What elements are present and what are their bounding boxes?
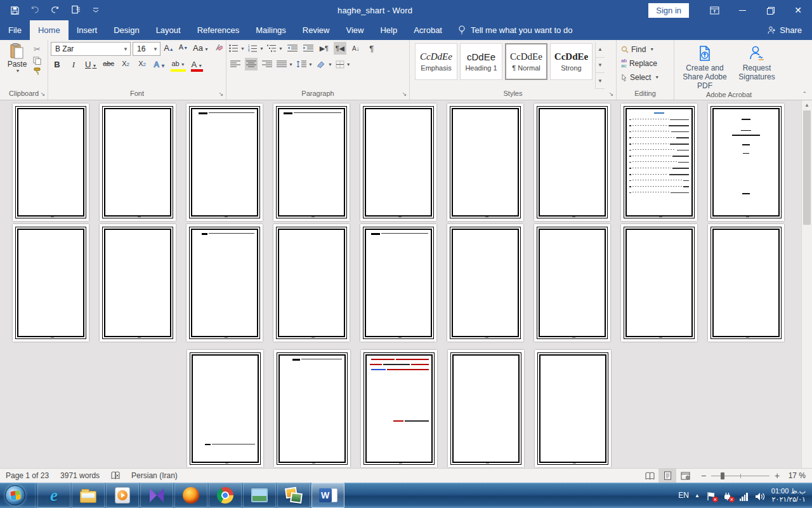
paste-button[interactable]: Paste ▼ <box>3 42 32 89</box>
clear-formatting-icon[interactable] <box>212 43 225 55</box>
zoom-slider-handle[interactable] <box>721 472 724 479</box>
decrease-indent-button[interactable] <box>286 42 299 55</box>
taskbar-image-viewer[interactable] <box>243 483 276 508</box>
bold-button[interactable]: B <box>51 59 63 72</box>
scrollbar-thumb[interactable] <box>803 110 811 225</box>
start-button[interactable] <box>0 483 30 508</box>
tab-references[interactable]: References <box>189 20 247 40</box>
taskbar-windows-explorer[interactable] <box>72 483 105 508</box>
page-thumbnail[interactable] <box>13 224 89 342</box>
page-thumbnail[interactable] <box>187 104 263 221</box>
zoom-slider[interactable] <box>711 476 769 476</box>
tab-help[interactable]: Help <box>372 20 405 40</box>
page-thumbnail[interactable] <box>621 104 697 221</box>
multilevel-list-button[interactable]: ▼ <box>267 42 283 55</box>
redo-icon[interactable] <box>49 4 61 16</box>
align-center-button[interactable] <box>245 58 258 70</box>
tab-acrobat[interactable]: Acrobat <box>405 20 450 40</box>
tab-view[interactable]: View <box>337 20 372 40</box>
copy-icon[interactable] <box>33 57 41 65</box>
page-thumbnail[interactable] <box>447 224 523 342</box>
increase-indent-button[interactable] <box>302 42 315 55</box>
cut-icon[interactable]: ✂ <box>33 44 41 54</box>
zoom-in-button[interactable]: + <box>774 471 780 481</box>
page-thumbnail[interactable] <box>708 224 784 342</box>
taskbar-chrome[interactable] <box>209 483 242 508</box>
dialog-launcher-icon[interactable]: ↘ <box>218 91 225 98</box>
page-thumbnail[interactable] <box>534 224 610 342</box>
tab-review[interactable]: Review <box>294 20 338 40</box>
save-icon[interactable] <box>9 4 20 16</box>
customize-quick-access-icon[interactable] <box>90 4 102 16</box>
align-left-button[interactable] <box>229 58 242 70</box>
font-color-button[interactable]: A▼ <box>190 59 204 72</box>
page-thumbnail[interactable] <box>100 224 176 342</box>
sort-button[interactable]: A↓ <box>350 42 362 55</box>
strikethrough-button[interactable]: abc <box>102 59 115 72</box>
style-normal[interactable]: CcDdEe ¶ Normal <box>505 43 547 80</box>
word-count[interactable]: 3971 words <box>55 469 105 483</box>
ltr-direction-button[interactable]: ▶¶ <box>318 42 331 55</box>
page-thumbnail[interactable] <box>100 104 176 221</box>
undo-icon[interactable] <box>29 4 41 16</box>
taskbar-photo-gallery[interactable] <box>277 483 310 508</box>
proofing-status-icon[interactable] <box>105 469 126 483</box>
page-thumbnail[interactable] <box>273 224 350 342</box>
tab-mailings[interactable]: Mailings <box>247 20 294 40</box>
page-thumbnail[interactable] <box>360 224 436 342</box>
share-button[interactable]: Share <box>768 20 812 40</box>
collapse-ribbon-icon[interactable]: ⌃ <box>802 91 807 97</box>
text-effects-button[interactable]: A▼ <box>152 59 166 72</box>
tab-insert[interactable]: Insert <box>69 20 106 40</box>
web-layout-icon[interactable] <box>676 469 694 483</box>
action-center-flag-icon[interactable]: ✕ <box>705 490 716 501</box>
tell-me-box[interactable]: Tell me what you want to do <box>450 20 580 40</box>
taskbar-firefox[interactable] <box>174 483 207 508</box>
taskbar-media-player[interactable] <box>106 483 139 508</box>
rtl-direction-button[interactable]: ¶◀ <box>334 42 346 55</box>
bullets-button[interactable]: ▼ <box>229 42 245 55</box>
read-mode-icon[interactable] <box>641 469 658 483</box>
page-thumbnail[interactable] <box>187 224 263 342</box>
numbering-button[interactable]: 123▼ <box>248 42 264 55</box>
language-indicator[interactable]: Persian (Iran) <box>126 469 183 483</box>
paste-dropdown-arrow[interactable]: ▼ <box>16 69 20 73</box>
subscript-button[interactable]: X2 <box>119 59 132 72</box>
taskbar-word[interactable]: W <box>311 483 344 508</box>
align-right-button[interactable] <box>261 58 273 70</box>
dialog-launcher-icon[interactable]: ↘ <box>608 91 615 98</box>
taskbar-kmplayer[interactable] <box>140 483 173 508</box>
page-thumbnail[interactable] <box>534 104 610 221</box>
change-case-button[interactable]: Aa▼ <box>192 43 210 55</box>
hidden-icons-arrow[interactable]: ▲ <box>695 493 700 498</box>
style-emphasis[interactable]: CcDdEe Emphasis <box>415 43 457 80</box>
styles-scroll-down-icon[interactable]: ▼ <box>596 58 605 74</box>
underline-button[interactable]: U▼ <box>84 59 98 72</box>
close-icon[interactable]: ✕ <box>784 0 812 20</box>
find-button[interactable]: Find▼ <box>619 43 661 55</box>
font-size-combo[interactable]: 16 ▼ <box>133 42 160 56</box>
vertical-scrollbar[interactable]: ▲ <box>801 100 812 468</box>
superscript-button[interactable]: X2 <box>136 59 148 72</box>
page-thumbnail[interactable] <box>535 350 611 467</box>
styles-scroll-up-icon[interactable]: ▲ <box>596 42 605 58</box>
grow-font-button[interactable]: A▲ <box>162 43 175 55</box>
minimize-icon[interactable] <box>728 0 756 20</box>
styles-more-icon[interactable]: ▼ <box>596 73 605 89</box>
zoom-out-button[interactable]: − <box>700 471 707 481</box>
power-plug-icon[interactable]: ✕ <box>722 490 733 501</box>
page-indicator[interactable]: Page 1 of 23 <box>0 469 55 483</box>
document-area[interactable]: ▲ <box>0 100 812 468</box>
taskbar-internet-explorer[interactable]: e <box>37 483 70 508</box>
tab-layout[interactable]: Layout <box>148 20 189 40</box>
dialog-launcher-icon[interactable]: ↘ <box>39 91 46 98</box>
create-share-pdf-button[interactable]: Create and Share Adobe PDF <box>681 43 729 90</box>
page-thumbnail[interactable] <box>274 350 350 467</box>
ribbon-display-options-icon[interactable] <box>700 0 728 20</box>
language-indicator-tray[interactable]: EN <box>678 491 689 500</box>
page-thumbnail[interactable] <box>360 104 436 221</box>
taskbar-clock[interactable]: ب.ظ 01:00 ۲۰۲۱/۲۵/۰۱ <box>771 487 806 504</box>
page-thumbnail[interactable] <box>13 104 89 221</box>
page-thumbnail[interactable] <box>187 350 263 467</box>
font-name-combo[interactable]: B Zar ▼ <box>51 42 131 56</box>
